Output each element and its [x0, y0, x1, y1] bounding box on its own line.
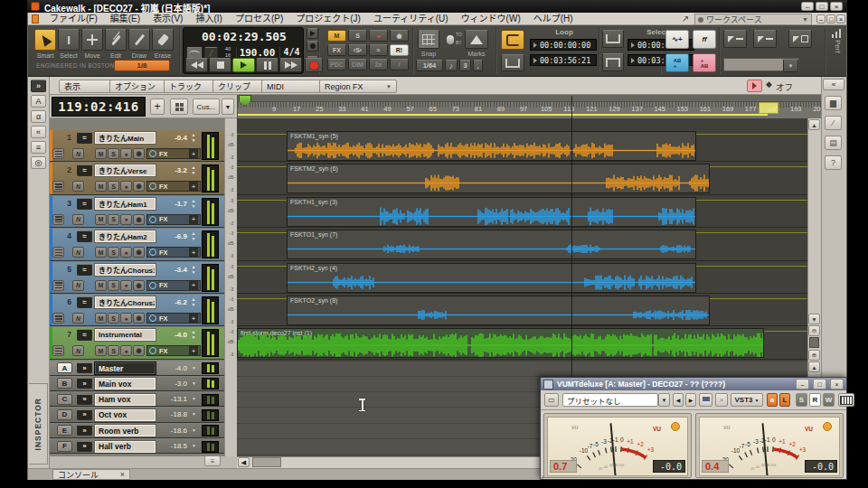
take-lanes-button[interactable]	[52, 181, 64, 192]
track-header-4[interactable]: 4≈きりたんHam2-6.9▲▼NMS●◉FX+	[50, 229, 224, 260]
time-ruler[interactable]: 9172533414957657381899710511312112913714…	[237, 95, 821, 118]
input-echo-button[interactable]: ◉	[133, 148, 145, 159]
comp-ab-button[interactable]: AB +	[665, 53, 689, 72]
bus-letter[interactable]: A	[57, 362, 72, 373]
clip-lane-7[interactable]: first storm deco27 inst (1)	[237, 327, 807, 359]
track-name-field[interactable]: きりたんChorus2	[95, 296, 156, 308]
clip-lane-2[interactable]: FSKTM2_syn (6)	[237, 163, 807, 194]
input-echo-button[interactable]: ◉	[133, 313, 145, 324]
automation-envelope-button[interactable]	[747, 80, 762, 92]
tool-button-smart[interactable]	[34, 29, 56, 51]
bus-volume-value[interactable]: -18.5	[160, 442, 187, 451]
bus-header-D[interactable]: D»Oct vox-18.8▼	[50, 408, 224, 422]
delete-preset-button[interactable]: ×	[715, 393, 728, 407]
input-echo-button[interactable]: ◉	[133, 214, 145, 225]
track-header-1[interactable]: 1≈きりたんMain-0.4▲▼NMS●◉FX+	[50, 130, 224, 162]
clip-lane-4[interactable]: FSKTO1_syn (7)	[237, 229, 807, 260]
menu-item-2[interactable]: 表示(V)	[146, 13, 189, 25]
record-button[interactable]	[305, 58, 323, 72]
menu-item-6[interactable]: ユーティリティ(U)	[367, 13, 455, 25]
peak-value[interactable]: -0.0	[653, 460, 685, 473]
play-button[interactable]	[232, 58, 255, 72]
audio-clip[interactable]: FSKTM2_syn (6)	[287, 164, 710, 193]
child-close-button[interactable]: ×	[836, 14, 845, 23]
notes-pad-icon[interactable]: ▤	[825, 136, 842, 150]
audio-clip[interactable]: FSKTO2_syn (8)	[287, 296, 710, 325]
clip-lane-5[interactable]: FSKTH2_syn (4)	[237, 262, 807, 294]
maximize-button[interactable]: □	[816, 2, 828, 11]
vscroll-down-arrow[interactable]: ▼	[808, 314, 820, 324]
bus-letter[interactable]: D	[57, 409, 72, 420]
fx-add-button[interactable]: +	[189, 248, 198, 257]
track-volume-value[interactable]: -6.2	[158, 298, 187, 307]
solo-button[interactable]: S	[108, 345, 119, 356]
snap-dot-button[interactable]: .	[473, 60, 483, 71]
mix-module-button-pdc[interactable]: PDC	[327, 59, 346, 70]
audio-clip[interactable]: first storm deco27 inst (1)	[237, 328, 764, 358]
track-volume-value[interactable]: -4.0	[158, 331, 187, 340]
solo-button[interactable]: S	[108, 148, 119, 159]
track-name-field[interactable]: Instrumental	[95, 329, 156, 341]
vzoom-slider[interactable]	[809, 337, 819, 348]
mix-module-button-s[interactable]: S	[348, 30, 367, 42]
fx-add-button[interactable]: +	[189, 346, 198, 355]
mix-module-button-fx[interactable]: FX	[327, 44, 346, 56]
track-manager-icon[interactable]: A	[31, 95, 46, 108]
preset-prev-button[interactable]: ◀	[673, 393, 684, 407]
now-time-display[interactable]: 119:02:416	[52, 97, 146, 117]
panel-resize-handle[interactable]: ≡	[204, 455, 221, 466]
snap-to-by-toggle[interactable]: TOBY	[445, 32, 463, 48]
rewind-button[interactable]	[185, 58, 208, 72]
track-layout-button[interactable]	[170, 99, 188, 115]
volume-spinner[interactable]: ▲▼	[190, 296, 197, 308]
menu-item-8[interactable]: ヘルプ(H)	[527, 13, 580, 25]
bus-volume-value[interactable]: -4.0	[160, 364, 187, 373]
bus-letter[interactable]: F	[57, 441, 72, 452]
mix-module-button-dim[interactable]: DIM	[348, 59, 367, 70]
nudge-left-button[interactable]	[723, 30, 747, 48]
nudge-box-button[interactable]	[788, 30, 812, 48]
automation-n-button[interactable]: N	[72, 313, 84, 324]
bus-volume-value[interactable]: -18.8	[160, 410, 187, 419]
track-name-field[interactable]: きりたんHam1	[95, 198, 156, 210]
bus-header-E[interactable]: E»Room verb-18.6▼	[50, 424, 224, 438]
console-strip-icon[interactable]: ≡	[31, 141, 46, 154]
bus-name-field[interactable]: Main vox	[95, 378, 156, 389]
clip-lane-6[interactable]: FSKTO2_syn (8)	[237, 295, 807, 326]
minimize-button[interactable]: –	[801, 2, 814, 11]
audio-clip[interactable]: FSKTH1_syn (3)	[287, 197, 696, 227]
nudge-preset-select[interactable]: ▼	[723, 58, 799, 71]
fx-bin[interactable]: FX+	[146, 280, 201, 291]
input-echo-button[interactable]: ◉	[133, 181, 145, 192]
mix-module-button-[interactable]: ●	[369, 30, 388, 42]
nudge-right-button[interactable]	[753, 30, 777, 48]
bus-name-field[interactable]: Master	[95, 362, 156, 374]
snap-note-button[interactable]: ♪	[445, 60, 458, 71]
loop-start-field[interactable]: 00:00:00:00	[530, 39, 597, 51]
track-name-field[interactable]: きりたんHam2	[95, 230, 156, 242]
input-echo-button[interactable]: ◉	[133, 345, 145, 356]
bus-header-F[interactable]: F»Hall verb-18.5▼	[50, 439, 224, 454]
vscroll-up2-arrow[interactable]: ▲	[808, 361, 820, 372]
automation-write-button[interactable]: ff	[693, 30, 716, 49]
peak-value[interactable]: -0.0	[805, 460, 837, 473]
bus-name-field[interactable]: Oct vox	[95, 409, 156, 421]
pause-button[interactable]	[256, 58, 278, 72]
bus-volume-value[interactable]: -18.6	[160, 427, 187, 436]
select-module-button-top[interactable]	[602, 30, 624, 48]
snap-grid-button[interactable]	[418, 30, 439, 49]
collapse-strip-icon[interactable]: »	[31, 80, 46, 92]
automation-n-button[interactable]: N	[72, 247, 84, 258]
write-automation-button[interactable]: W	[823, 393, 835, 407]
mix-module-button-[interactable]: ◉	[390, 30, 409, 42]
bus-letter[interactable]: E	[57, 425, 72, 436]
tool-button-draw[interactable]	[128, 29, 150, 51]
solo-plugin-button[interactable]: S	[796, 393, 807, 407]
bus-spinner[interactable]: ▼	[192, 380, 199, 388]
stop-button[interactable]	[209, 58, 231, 72]
vumt-resize-handle[interactable]: +	[541, 474, 548, 481]
mute-button[interactable]: M	[95, 280, 107, 291]
loop-end-field[interactable]: 00:03:56:21	[530, 54, 597, 66]
vumt-close-button[interactable]: ×	[830, 379, 844, 389]
diamond-icon[interactable]: ◆	[766, 80, 772, 89]
